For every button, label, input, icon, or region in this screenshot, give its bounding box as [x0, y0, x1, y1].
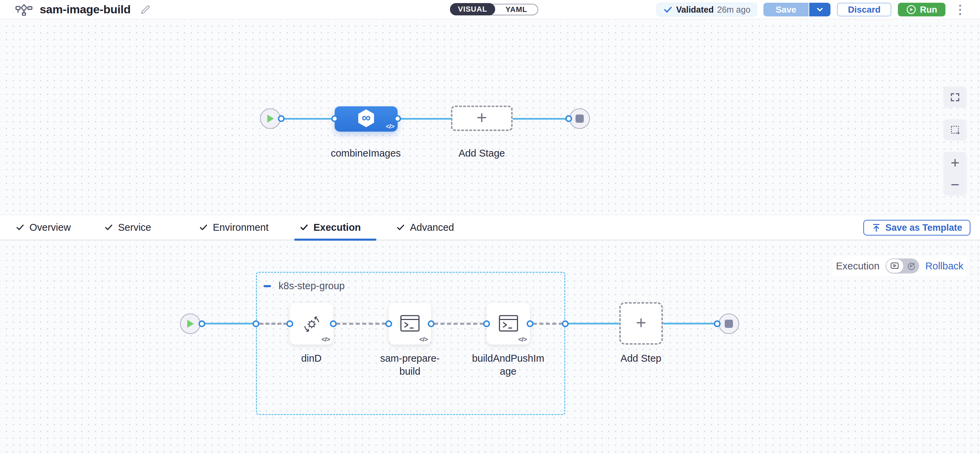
active-tab-underline: [294, 239, 376, 241]
step-node-buildandpushimage[interactable]: </>: [487, 303, 530, 344]
step-node-dind[interactable]: </>: [290, 303, 333, 344]
tab-environment[interactable]: Environment: [199, 215, 269, 240]
rollback-mode-button[interactable]: [904, 259, 919, 273]
port[interactable]: [562, 320, 569, 327]
fullscreen-button[interactable]: [943, 86, 967, 108]
fullscreen-icon: [950, 92, 960, 102]
execution-end-node[interactable]: [719, 313, 739, 334]
run-button[interactable]: Run: [898, 3, 945, 16]
code-icon[interactable]: </>: [519, 336, 527, 343]
visual-yaml-toggle[interactable]: VISUAL YAML: [450, 4, 538, 15]
zoom-controls: + −: [943, 152, 967, 195]
execution-canvas[interactable]: Execution Rollback: [0, 240, 980, 454]
upload-icon: [872, 223, 881, 232]
tab-service[interactable]: Service: [104, 215, 151, 240]
stage-canvas[interactable]: ∞ </> combineImages + Add Stage: [0, 19, 980, 215]
check-icon: [300, 223, 309, 232]
port[interactable]: [394, 115, 401, 122]
docker-service-icon: [301, 313, 322, 334]
toggle-visual[interactable]: VISUAL: [450, 3, 495, 15]
header-actions: Validated 26m ago Save Discard Run: [657, 0, 980, 19]
port[interactable]: [253, 320, 259, 327]
port[interactable]: [331, 115, 338, 122]
connector: [204, 323, 256, 324]
port[interactable]: [483, 320, 490, 327]
check-icon: [663, 5, 673, 14]
run-label: Run: [920, 5, 937, 15]
plus-icon: +: [636, 314, 646, 332]
pipeline-end-node[interactable]: [570, 108, 590, 129]
marquee-select-icon: [950, 125, 960, 135]
zoom-in-button[interactable]: +: [951, 156, 959, 170]
step-node-sam-prepare-build[interactable]: </>: [389, 303, 431, 344]
pipeline-icon: [15, 3, 33, 16]
port[interactable]: [428, 320, 434, 327]
execution-mode-button[interactable]: [886, 259, 904, 273]
add-stage-button[interactable]: +: [451, 106, 512, 131]
execution-start-node[interactable]: [180, 313, 200, 334]
code-icon[interactable]: </>: [386, 123, 394, 130]
save-button[interactable]: Save: [764, 3, 809, 16]
add-step-button[interactable]: +: [619, 302, 663, 344]
connector: [283, 118, 335, 120]
pipeline-start-node[interactable]: [260, 108, 281, 129]
stage-type-icon: ∞: [358, 110, 374, 127]
play-icon: [186, 319, 194, 328]
terminal-icon: [400, 314, 420, 333]
chevron-down-icon: [815, 5, 824, 14]
port[interactable]: [199, 320, 205, 327]
port[interactable]: [278, 115, 285, 122]
multi-select-button[interactable]: [943, 119, 967, 141]
save-as-template-button[interactable]: Save as Template: [863, 220, 970, 235]
connector-dashed: [336, 323, 386, 325]
stage-node-combineimages[interactable]: ∞ </>: [335, 106, 398, 132]
validated-badge[interactable]: Validated 26m ago: [657, 3, 757, 16]
add-step-label: Add Step: [620, 352, 661, 365]
rollback-link[interactable]: Rollback: [925, 260, 963, 272]
connector: [398, 118, 452, 120]
validated-label: Validated: [676, 5, 714, 15]
step-group-header: k8s-step-group: [264, 280, 345, 292]
zoom-out-button[interactable]: −: [951, 178, 959, 191]
connector: [568, 323, 619, 324]
save-split-button: Save: [764, 3, 830, 16]
port[interactable]: [527, 320, 533, 327]
code-icon[interactable]: </>: [321, 336, 330, 343]
port[interactable]: [714, 320, 721, 327]
port[interactable]: [330, 320, 337, 327]
connector: [512, 118, 569, 120]
validated-time: 26m ago: [717, 5, 750, 15]
plus-icon: +: [477, 109, 487, 127]
collapse-group-button[interactable]: [264, 285, 271, 287]
check-icon: [16, 223, 25, 232]
tab-advanced[interactable]: Advanced: [396, 215, 454, 240]
connector: [663, 323, 715, 324]
port[interactable]: [565, 115, 572, 122]
toggle-yaml[interactable]: YAML: [495, 5, 538, 14]
code-icon[interactable]: </>: [420, 336, 428, 343]
discard-button[interactable]: Discard: [837, 3, 891, 16]
stop-icon: [725, 320, 733, 328]
more-options-menu[interactable]: ⋮: [952, 3, 968, 16]
check-icon: [396, 223, 405, 232]
exec-rollback-switch: Execution Rollback: [832, 256, 967, 276]
check-icon: [199, 223, 208, 232]
rollback-icon: [907, 262, 916, 270]
execution-mode-label: Execution: [836, 260, 880, 272]
port[interactable]: [385, 320, 392, 327]
tab-execution[interactable]: Execution: [300, 215, 361, 240]
tab-overview[interactable]: Overview: [16, 215, 71, 240]
stage-label: combineImages: [331, 147, 401, 160]
save-dropdown-button[interactable]: [809, 3, 830, 16]
mode-switch-toggle[interactable]: [886, 259, 919, 273]
edit-pencil-icon[interactable]: [140, 4, 151, 15]
port[interactable]: [286, 320, 293, 327]
header: sam-image-build VISUAL YAML Validated 26…: [0, 0, 980, 19]
pipeline-studio: sam-image-build VISUAL YAML Validated 26…: [0, 0, 980, 454]
step-group-label: k8s-step-group: [278, 280, 345, 292]
play-icon: [266, 114, 274, 123]
step-label: sam-prepare-build: [373, 352, 447, 378]
connector-dashed: [533, 323, 563, 325]
execution-icon: [890, 262, 899, 270]
connector-dashed: [259, 323, 288, 325]
